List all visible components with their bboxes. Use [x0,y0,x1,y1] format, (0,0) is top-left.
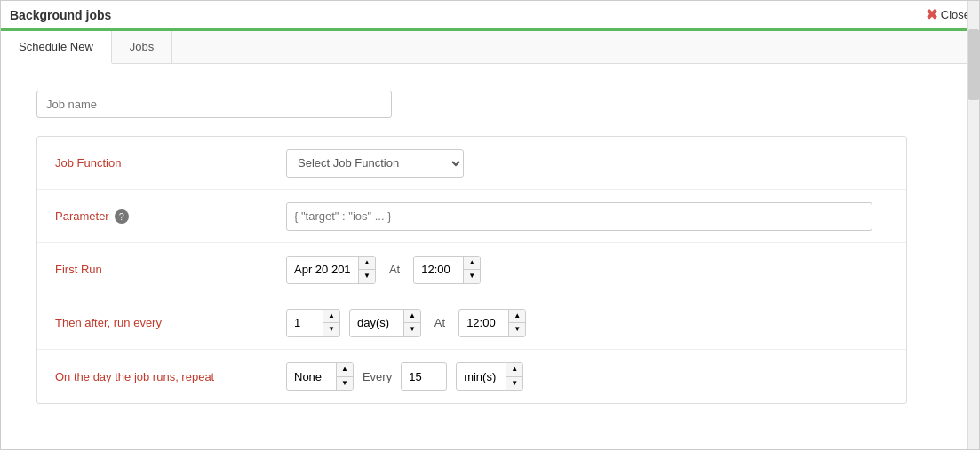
run-every-at-label: At [430,316,450,329]
run-every-time-input: ▲ ▼ [458,309,526,337]
run-every-number-arrows: ▲ ▼ [323,310,339,336]
repeat-unit-arrows: ▲ ▼ [506,363,522,390]
form-table: Job Function Select Job Function Paramet… [36,136,907,404]
parameter-label: Parameter ? [37,196,268,237]
repeat-control: ▲ ▼ Every ▲ ▼ [268,351,906,401]
run-every-number-down[interactable]: ▼ [323,323,339,336]
run-every-number-up[interactable]: ▲ [323,310,339,324]
job-function-control: Select Job Function [268,138,906,188]
tab-schedule-new[interactable]: Schedule New [1,31,112,64]
repeat-unit-down[interactable]: ▼ [506,377,522,391]
parameter-control [268,192,906,241]
run-every-unit-down[interactable]: ▼ [404,323,420,336]
tab-jobs[interactable]: Jobs [112,31,172,63]
repeat-unit-up[interactable]: ▲ [506,363,522,377]
first-run-at-label: At [385,263,404,276]
repeat-none-down[interactable]: ▼ [337,377,353,391]
first-run-time-arrows: ▲ ▼ [463,257,480,283]
close-icon: ✖ [926,6,937,23]
repeat-none-input: ▲ ▼ [286,362,354,391]
title-bar: Background jobs ✖ Close [1,1,979,31]
run-every-row: Then after, run every ▲ ▼ ▲ [37,296,906,350]
run-every-time-up[interactable]: ▲ [509,310,525,324]
job-function-label: Job Function [37,143,268,183]
repeat-none-arrows: ▲ ▼ [336,363,353,390]
run-every-time-down[interactable]: ▼ [509,323,525,336]
repeat-number-field[interactable] [402,366,446,388]
first-run-date-input: ▲ ▼ [286,256,376,284]
job-name-input[interactable] [36,91,392,118]
main-window: Background jobs ✖ Close Schedule New Job… [0,0,980,450]
repeat-every-label: Every [363,370,392,383]
tab-bar: Schedule New Jobs [1,31,979,64]
run-every-unit-field[interactable] [350,312,403,334]
first-run-time-up[interactable]: ▲ [464,257,480,271]
job-function-row: Job Function Select Job Function [37,137,906,190]
first-run-time-input: ▲ ▼ [413,256,481,284]
repeat-row: On the day the job runs, repeat ▲ ▼ Ever… [37,350,906,403]
close-button[interactable]: ✖ Close [926,6,970,23]
run-every-time-field[interactable] [459,312,508,334]
parameter-help-icon[interactable]: ? [115,209,129,224]
scrollbar[interactable] [967,1,979,449]
repeat-none-field[interactable] [287,366,336,388]
repeat-none-up[interactable]: ▲ [337,363,353,377]
first-run-label: First Run [37,249,268,289]
repeat-number-input [401,362,447,391]
first-run-date-down[interactable]: ▼ [359,270,375,283]
parameter-input[interactable] [286,202,872,231]
close-label: Close [941,8,970,21]
run-every-number-input: ▲ ▼ [286,309,340,337]
first-run-date-up[interactable]: ▲ [359,257,375,271]
run-every-number-field[interactable] [287,312,323,334]
first-run-date-field[interactable] [287,258,358,280]
run-every-time-arrows: ▲ ▼ [508,310,525,336]
first-run-row: First Run ▲ ▼ At ▲ [37,243,906,296]
run-every-unit-arrows: ▲ ▼ [403,310,420,336]
parameter-row: Parameter ? [37,190,906,243]
scrollbar-thumb[interactable] [968,29,979,100]
window-title: Background jobs [10,8,111,22]
run-every-unit-input: ▲ ▼ [349,309,421,337]
repeat-unit-input: ▲ ▼ [456,362,523,391]
content-area: Job Function Select Job Function Paramet… [1,64,979,430]
first-run-control: ▲ ▼ At ▲ ▼ [268,245,906,295]
first-run-time-down[interactable]: ▼ [464,270,480,283]
repeat-label: On the day the job runs, repeat [37,357,268,397]
run-every-label: Then after, run every [37,303,268,343]
run-every-control: ▲ ▼ ▲ ▼ At ▲ [268,298,906,348]
first-run-time-field[interactable] [414,258,463,280]
job-function-select[interactable]: Select Job Function [286,149,464,178]
run-every-unit-up[interactable]: ▲ [404,310,420,324]
first-run-date-arrows: ▲ ▼ [358,257,375,283]
repeat-unit-field[interactable] [457,366,506,388]
